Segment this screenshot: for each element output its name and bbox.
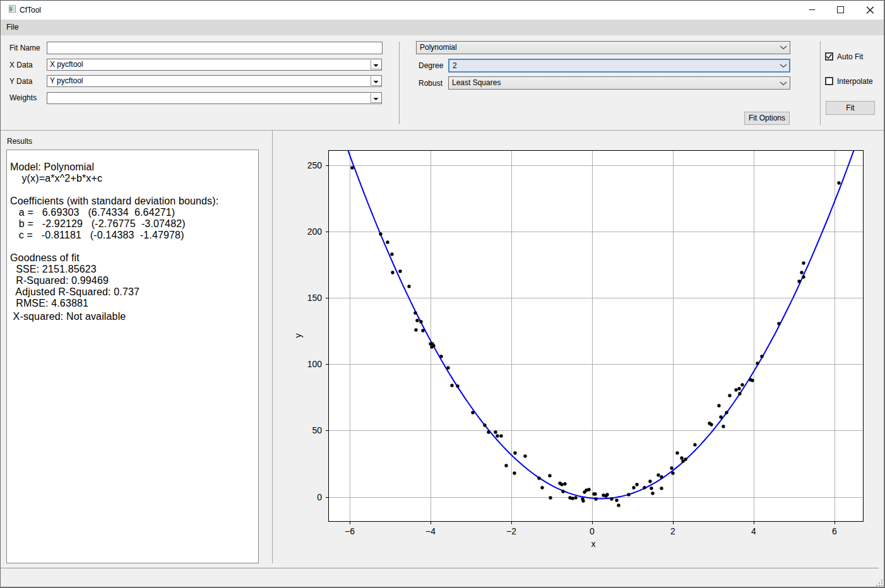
svg-text:−6: −6 — [345, 526, 355, 536]
svg-text:0: 0 — [317, 492, 322, 502]
svg-text:y: y — [293, 334, 303, 338]
svg-text:2: 2 — [670, 526, 675, 536]
svg-text:100: 100 — [307, 359, 323, 369]
svg-text:−2: −2 — [506, 526, 516, 536]
svg-text:4: 4 — [751, 526, 756, 536]
svg-text:x: x — [591, 539, 596, 549]
svg-text:0: 0 — [590, 526, 595, 536]
svg-text:200: 200 — [307, 226, 323, 237]
svg-text:6: 6 — [832, 526, 837, 536]
svg-text:−4: −4 — [425, 526, 436, 536]
svg-text:250: 250 — [307, 160, 323, 170]
svg-text:50: 50 — [312, 425, 322, 435]
svg-text:150: 150 — [307, 293, 323, 303]
